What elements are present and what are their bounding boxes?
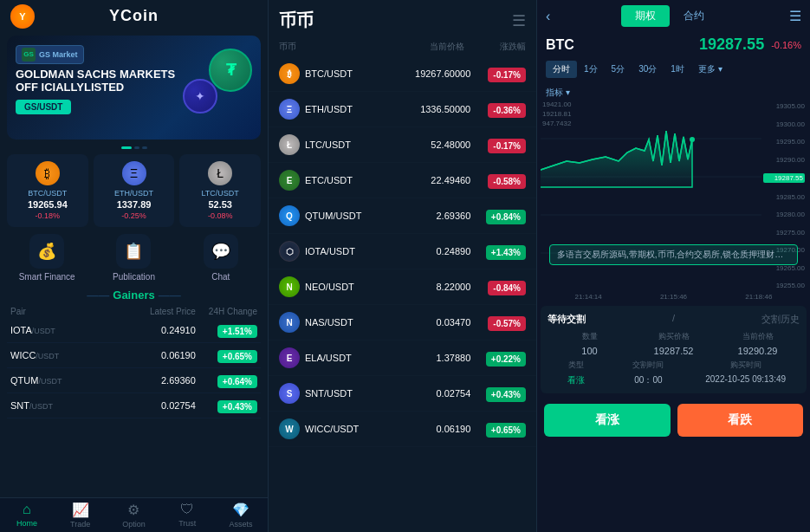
back-button[interactable]: ‹ — [546, 9, 550, 24]
time-tab-30m[interactable]: 30分 — [632, 61, 664, 78]
qtum-market-change: +0.84% — [470, 208, 526, 224]
app-title: YCoin — [109, 7, 159, 25]
list-item[interactable]: Ξ ETH/USDT 1336.50000 -0.36% — [269, 92, 536, 127]
snt-market-icon: S — [279, 383, 300, 404]
smart-finance-item[interactable]: 💰 Smart Finance — [3, 234, 90, 282]
app-header: Y YCoin — [0, 0, 268, 32]
ela-market-change: +0.22% — [470, 350, 526, 367]
banner-badge: GS GS Market — [16, 45, 84, 64]
list-item[interactable]: N NEO/USDT 8.22000 -0.84% — [269, 269, 536, 305]
nav-trust[interactable]: 🛡 Trust — [160, 502, 214, 529]
chat-item[interactable]: 💬 Chat — [178, 234, 264, 282]
indicator-label[interactable]: 指标 ▾ — [546, 88, 570, 97]
gainer-change: +1.51% — [196, 322, 257, 338]
list-item[interactable]: N NAS/USDT 0.03470 -0.57% — [269, 305, 536, 341]
tab-waiting[interactable]: 等待交割 — [548, 313, 586, 326]
nas-market-price: 0.03470 — [388, 317, 471, 328]
iota-market-pair: IOTA/USDT — [305, 246, 388, 256]
nav-trade[interactable]: 📈 Trade — [54, 502, 107, 529]
nav-trade-label: Trade — [70, 520, 90, 529]
price-label: 19300.00 — [763, 120, 805, 128]
ltc-card[interactable]: Ł LTC/USDT 52.53 -0.08% — [179, 154, 261, 227]
nav-option-label: Option — [122, 520, 146, 529]
gainers-section: Gainers Pair Latest Price 24H Change IOT… — [0, 285, 268, 422]
svg-point-4 — [690, 137, 695, 142]
etc-market-change: -0.58% — [470, 172, 526, 189]
eth-market-icon: Ξ — [279, 99, 300, 120]
coin-2: ✦ — [183, 79, 217, 114]
list-item[interactable]: E ELA/USDT 1.37880 +0.22% — [269, 341, 536, 376]
gainer-pair: QTUM/USDT — [10, 375, 103, 386]
gainer-price: 0.06190 — [103, 350, 196, 360]
buy-button[interactable]: 看涨 — [544, 404, 671, 437]
time-tab-1h[interactable]: 1时 — [664, 61, 691, 78]
chart-time-tabs: 分时 1分 5分 30分 1时 更多 ▾ — [537, 57, 810, 81]
nav-option[interactable]: ⚙ Option — [107, 502, 161, 529]
table-row[interactable]: QTUM/USDT 2.69360 +0.64% — [7, 368, 261, 393]
chart-indicator: 指标 ▾ — [537, 81, 810, 101]
nas-market-icon: N — [279, 312, 300, 333]
chart-actions: 看涨 看跌 — [537, 397, 810, 444]
btc-card[interactable]: ₿ BTC/USDT 19265.94 -0.18% — [7, 154, 88, 227]
tab-heyue[interactable]: 合约 — [670, 5, 718, 27]
banner-dots — [0, 146, 268, 149]
iota-market-icon: ⬡ — [279, 241, 300, 262]
tab-qiquan[interactable]: 期权 — [621, 5, 670, 27]
ela-market-pair: ELA/USDT — [305, 353, 388, 363]
nav-home[interactable]: ⌂ Home — [0, 502, 54, 529]
eth-market-change: -0.36% — [470, 101, 526, 118]
time-tab-1m[interactable]: 1分 — [577, 61, 605, 78]
delivery-time-value: 00：00 — [606, 374, 692, 386]
list-item[interactable]: S SNT/USDT 0.02754 +0.43% — [269, 376, 536, 412]
price-label: 19275.00 — [763, 229, 805, 237]
price-label: 19290.00 — [763, 156, 805, 164]
market-menu-icon[interactable]: ☰ — [512, 11, 526, 30]
btc-market-pair: BTC/USDT — [305, 68, 388, 79]
list-item[interactable]: W WICC/USDT 0.06190 +0.65% — [269, 412, 536, 447]
time-tab-fenshi[interactable]: 分时 — [546, 61, 577, 78]
banner-button[interactable]: GS/USDT — [16, 100, 71, 114]
chart-menu-icon[interactable]: ☰ — [789, 8, 801, 24]
price-label: 19295.00 — [763, 138, 805, 146]
tab-history[interactable]: 交割历史 — [761, 313, 800, 326]
assets-icon: 💎 — [232, 502, 249, 518]
list-item[interactable]: Ε ETC/USDT 22.49460 -0.58% — [269, 163, 536, 198]
current-price-value: 19290.29 — [716, 346, 800, 356]
etc-market-price: 22.49460 — [388, 175, 471, 185]
dot-1 — [121, 146, 132, 149]
ltc-market-change: -0.17% — [470, 137, 526, 153]
table-row[interactable]: IOTA/USDT 0.24910 +1.51% — [7, 318, 261, 343]
time-tab-5m[interactable]: 5分 — [605, 61, 632, 78]
chart-time-labels: 21:14:14 21:15:46 21:18:46 — [537, 291, 810, 302]
wicc-market-pair: WICC/USDT — [305, 424, 388, 434]
list-item[interactable]: ⬡ IOTA/USDT 0.24890 +1.43% — [269, 234, 536, 269]
list-item[interactable]: Ł LTC/USDT 52.48000 -0.17% — [269, 127, 536, 163]
nav-assets[interactable]: 💎 Assets — [214, 502, 268, 529]
sell-button[interactable]: 看跌 — [677, 404, 804, 437]
list-item[interactable]: Q QTUM/USDT 2.69360 +0.84% — [269, 198, 536, 234]
table-row[interactable]: WICC/USDT 0.06190 +0.65% — [7, 343, 261, 368]
list-item[interactable]: ₿ BTC/USDT 19267.60000 -0.17% — [269, 56, 536, 92]
neo-market-icon: N — [279, 276, 300, 297]
nas-market-pair: NAS/USDT — [305, 317, 388, 328]
table-row[interactable]: SNT/USDT 0.02754 +0.43% — [7, 393, 261, 418]
eth-card[interactable]: Ξ ETH/USDT 1337.89 -0.25% — [94, 154, 175, 227]
app-logo: Y — [10, 4, 35, 29]
snt-market-change: +0.43% — [470, 386, 526, 402]
time-label-2: 21:15:46 — [660, 293, 687, 301]
publication-item[interactable]: 📋 Publication — [90, 234, 177, 282]
btc-price: 19265.94 — [28, 199, 68, 210]
side-price: 947.7432 — [542, 120, 571, 127]
col-buy-time: 购买时间 — [691, 360, 800, 371]
time-tab-more[interactable]: 更多 ▾ — [691, 61, 729, 78]
qty-value: 100 — [548, 346, 632, 356]
col-price: 当前价格 — [372, 41, 464, 53]
ela-market-icon: E — [279, 347, 300, 368]
qtum-market-price: 2.69360 — [388, 211, 471, 221]
bottom-data-row1: 100 19287.52 19290.29 — [548, 346, 800, 356]
ltc-name: LTC/USDT — [202, 189, 239, 198]
buy-time-value: 2022-10-25 09:13:49 — [691, 374, 800, 386]
qtum-market-icon: Q — [279, 205, 300, 226]
btc-market-icon: ₿ — [279, 63, 300, 84]
side-prices: 19421.00 19218.81 947.7432 — [542, 101, 571, 127]
